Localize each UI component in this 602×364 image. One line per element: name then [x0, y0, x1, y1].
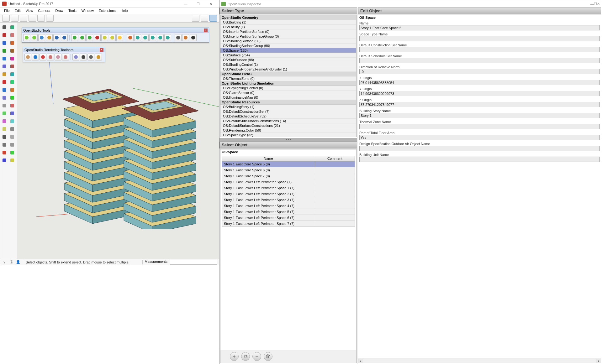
new-osm-icon[interactable]: [23, 34, 30, 41]
render-thermalzone-icon[interactable]: [55, 54, 61, 60]
type-item[interactable]: OS:DefaultSubSurfaceConstructions (14): [220, 119, 356, 123]
menu-file[interactable]: File: [2, 8, 12, 13]
type-item[interactable]: OS:IlluminanceMap (0): [220, 95, 356, 100]
field-input[interactable]: [359, 146, 600, 151]
menu-edit[interactable]: Edit: [12, 8, 23, 13]
menu-view[interactable]: View: [23, 8, 36, 13]
add-object-button[interactable]: +: [230, 352, 239, 361]
type-item[interactable]: OS:Daylighting:Control (0): [220, 86, 356, 91]
menu-window[interactable]: Window: [79, 8, 96, 13]
type-item[interactable]: OS:Facility (1): [220, 25, 356, 29]
type-item[interactable]: OS:Space (120): [220, 48, 356, 53]
field-input[interactable]: [359, 102, 600, 107]
tb-undo-icon[interactable]: [29, 15, 36, 22]
menu-help[interactable]: Help: [118, 8, 130, 13]
zoomext-tool-icon[interactable]: [9, 133, 16, 140]
type-list[interactable]: OpenStudio GeometryOS:Building (1)OS:Fac…: [220, 15, 356, 137]
orbit-tool-icon[interactable]: [1, 126, 8, 133]
render-surface-icon[interactable]: [24, 54, 31, 60]
zoom-tool-icon[interactable]: [1, 133, 8, 140]
dim-tool-icon[interactable]: [9, 102, 16, 109]
3dtext-tool-icon[interactable]: [9, 118, 16, 125]
polygon-tool-icon[interactable]: [9, 55, 16, 62]
purge-object-button[interactable]: 🗑: [264, 352, 272, 361]
menu-camera[interactable]: Camera: [35, 8, 53, 13]
zoom-icon[interactable]: [175, 34, 182, 41]
col-name[interactable]: Name: [222, 156, 315, 161]
sketchup-titlebar[interactable]: Untitled - SketchUp Pro 2017 — ☐ ✕: [0, 0, 219, 8]
scroll-left-icon[interactable]: ‹: [358, 359, 363, 363]
walk-tool-icon[interactable]: [1, 157, 8, 164]
offset-tool-icon[interactable]: [9, 94, 16, 101]
rotate-tool-icon[interactable]: [1, 86, 8, 93]
rect-tool-icon[interactable]: [1, 47, 8, 54]
field-input[interactable]: [359, 47, 600, 52]
menu-tools[interactable]: Tools: [66, 8, 79, 13]
object-list[interactable]: NameComment Story 1 East Core Space 5 (9…: [220, 154, 356, 350]
type-item[interactable]: OS:WindowProperty:FrameAndDivider (1): [220, 67, 356, 72]
xray-icon[interactable]: [72, 54, 79, 60]
person-tool-icon[interactable]: [1, 149, 8, 156]
field-input[interactable]: [359, 36, 600, 41]
object-row[interactable]: Story 1 East Lower Left Perimeter Space …: [222, 191, 355, 197]
import-gbxml-icon[interactable]: [46, 34, 53, 41]
object-row[interactable]: Story 1 East Lower Left Perimeter Space …: [222, 209, 355, 215]
settings-icon[interactable]: [134, 34, 141, 41]
tb-orbit-icon[interactable]: [192, 15, 199, 22]
rotrect-tool-icon[interactable]: [9, 47, 16, 54]
insp-maximize-button[interactable]: ☐: [594, 2, 597, 6]
type-item[interactable]: OS:SubSurface (98): [220, 58, 356, 62]
info-icon[interactable]: ⓘ: [9, 260, 13, 264]
pan-tool-icon[interactable]: [9, 126, 16, 133]
menu-extensions[interactable]: Extensions: [96, 8, 118, 13]
diamond-tool-icon[interactable]: [9, 24, 16, 31]
object-row[interactable]: Story 1 East Lower Left Perimeter Space …: [222, 185, 355, 191]
text-tool-icon[interactable]: [9, 110, 16, 117]
field-input[interactable]: [359, 25, 600, 30]
hidden-icon[interactable]: [87, 54, 94, 60]
object-row[interactable]: Story 1 East Lower Left Perimeter Space …: [222, 215, 355, 221]
section-tool-icon[interactable]: [9, 157, 16, 164]
prev-tool-icon[interactable]: [9, 141, 16, 148]
menu-draw[interactable]: Draw: [53, 8, 66, 13]
layers-icon[interactable]: [157, 34, 164, 41]
viewport[interactable]: OpenStudio Tools× OpenStudio Rendering T…: [17, 23, 219, 259]
col-comment[interactable]: Comment: [315, 156, 355, 161]
render-boundary-icon[interactable]: [32, 54, 39, 60]
splitter-handle[interactable]: [219, 138, 357, 142]
type-item[interactable]: OS:InteriorPartitionSurfaceGroup (0): [220, 34, 356, 39]
new-shading-icon[interactable]: [79, 34, 86, 41]
type-item[interactable]: OS:ShadingSurfaceGroup (96): [220, 44, 356, 48]
render-construction-icon[interactable]: [40, 54, 46, 60]
export-idf-icon[interactable]: [61, 34, 68, 41]
tape-tool-icon[interactable]: [1, 102, 8, 109]
tb-cube1-icon[interactable]: [2, 15, 10, 22]
select-icon[interactable]: [190, 34, 197, 41]
reload-icon[interactable]: [142, 34, 149, 41]
object-row[interactable]: Story 1 East Core Space 6 (8): [222, 167, 355, 173]
minimize-button[interactable]: —: [179, 0, 192, 7]
type-item[interactable]: OS:Glare:Sensor (0): [220, 91, 356, 95]
field-input[interactable]: [359, 124, 600, 129]
field-input[interactable]: [359, 135, 600, 140]
copy-object-button[interactable]: ⧉: [241, 352, 250, 361]
open-osm-icon[interactable]: [31, 34, 38, 41]
field-input[interactable]: [359, 69, 600, 74]
type-item[interactable]: OS:Building (1): [220, 20, 356, 25]
tb-globe-icon[interactable]: [201, 15, 208, 22]
eraser-tool-icon[interactable]: [9, 32, 16, 39]
type-item[interactable]: OS:Rendering:Color (59): [220, 128, 356, 133]
object-row[interactable]: Story 1 East Core Space 5 (9): [222, 161, 355, 167]
match-icon[interactable]: [94, 34, 101, 41]
type-item[interactable]: OS:BuildingStory (1): [220, 105, 356, 109]
openstudio-tools-toolbar[interactable]: OpenStudio Tools×: [22, 28, 209, 43]
object-row[interactable]: Story 1 East Lower Left Perimeter Space …: [222, 221, 355, 227]
type-item[interactable]: OS:DefaultConstructionSet (7): [220, 109, 356, 114]
type-item[interactable]: OS:Surface (754): [220, 53, 356, 58]
float-tb1-close-icon[interactable]: ×: [204, 29, 208, 32]
render-icon[interactable]: [127, 34, 134, 41]
user-icon[interactable]: 👤: [16, 260, 20, 264]
object-row[interactable]: Story 1 East Lower Left Perimeter Space …: [222, 179, 355, 185]
freehd-tool-icon[interactable]: [9, 63, 16, 70]
eye-tool-icon[interactable]: [9, 149, 16, 156]
